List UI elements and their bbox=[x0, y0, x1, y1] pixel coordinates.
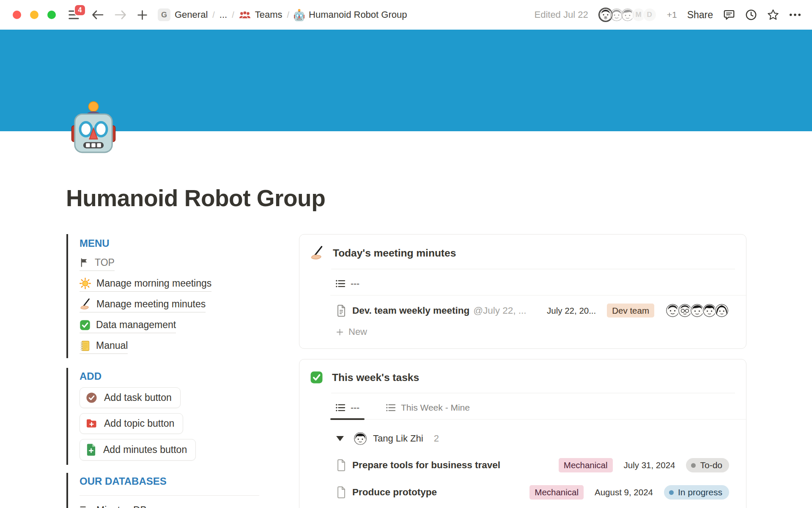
favorite-star-button[interactable] bbox=[767, 9, 779, 21]
flag-icon bbox=[80, 258, 89, 268]
right-column: Today's meeting minutes --- Dev. team we… bbox=[299, 231, 746, 508]
sidebar-toggle-button[interactable]: 4 bbox=[69, 10, 81, 20]
breadcrumb-separator: / bbox=[212, 10, 215, 20]
databases-heading: OUR DATABASES bbox=[80, 475, 259, 487]
status-badge: In progress bbox=[664, 485, 729, 500]
menu-heading: MENU bbox=[80, 237, 259, 249]
notification-badge: 4 bbox=[74, 4, 86, 16]
menu-link-meeting-minutes[interactable]: Manage meeting minutes bbox=[80, 298, 206, 312]
window-toolbar: 4 G General / ... / Teams / Humanoid Rob… bbox=[0, 0, 812, 30]
breadcrumb-separator: / bbox=[287, 10, 290, 20]
avatar[interactable]: D bbox=[642, 8, 657, 22]
check-icon bbox=[310, 371, 323, 384]
avatar-overflow-count[interactable]: +1 bbox=[667, 10, 677, 20]
category-tag: Mechanical bbox=[529, 485, 584, 500]
topbar-actions: Edited Jul 22 M D +1 Share bbox=[534, 8, 801, 22]
check-icon bbox=[80, 320, 91, 331]
page-icon bbox=[336, 305, 346, 317]
menu-link-morning-meetings[interactable]: Manage morning meetings bbox=[80, 278, 211, 292]
avatar bbox=[354, 432, 367, 445]
comments-button[interactable] bbox=[723, 9, 735, 21]
updates-clock-button[interactable] bbox=[745, 9, 757, 21]
window-close-button[interactable] bbox=[13, 11, 21, 19]
meeting-row[interactable]: Dev. team weekly meeting @July 22, ... J… bbox=[336, 295, 729, 321]
add-minutes-button[interactable]: Add minutes button bbox=[80, 439, 196, 461]
list-view-icon bbox=[335, 279, 346, 288]
new-tab-button[interactable] bbox=[137, 10, 148, 20]
breadcrumb-label: Teams bbox=[255, 9, 283, 20]
teams-people-icon bbox=[239, 10, 251, 20]
due-date: July 31, 2024 bbox=[624, 460, 675, 470]
task-row[interactable]: Produce prototype Mechanical August 9, 2… bbox=[336, 479, 729, 506]
minutes-db-link[interactable]: Minutes DB bbox=[80, 505, 147, 508]
breadcrumb-label: Humanoid Robot Group bbox=[309, 9, 407, 20]
writing-hand-icon bbox=[310, 246, 324, 260]
meeting-minutes-card: Today's meeting minutes --- Dev. team we… bbox=[299, 234, 746, 349]
more-options-button[interactable] bbox=[789, 13, 801, 17]
category-tag: Mechanical bbox=[559, 458, 613, 472]
writing-hand-icon bbox=[80, 298, 91, 310]
breadcrumb-item-general[interactable]: G General bbox=[158, 8, 208, 21]
minutes-doc-icon bbox=[86, 444, 96, 456]
page-cover bbox=[0, 30, 812, 131]
menu-link-data-management[interactable]: Data management bbox=[80, 319, 176, 333]
page-icon bbox=[336, 459, 346, 471]
weekly-tasks-card: This week's tasks --- This Week - Mine T… bbox=[299, 359, 746, 508]
view-tab-bar: --- bbox=[330, 269, 746, 295]
page-title: Humanoid Robot Group bbox=[66, 185, 325, 212]
share-button[interactable]: Share bbox=[687, 9, 713, 21]
divider bbox=[80, 495, 259, 496]
meeting-date: July 22, 20... bbox=[547, 306, 596, 316]
breadcrumb-item-collapsed[interactable]: ... bbox=[219, 9, 227, 20]
new-row-button[interactable]: New bbox=[336, 321, 746, 348]
view-tab-default[interactable]: --- bbox=[330, 403, 365, 419]
forward-button[interactable] bbox=[114, 10, 127, 20]
sun-icon bbox=[80, 278, 91, 289]
card-header: This week's tasks bbox=[299, 359, 746, 393]
ledger-icon bbox=[80, 340, 91, 351]
teamspace-icon: G bbox=[158, 8, 170, 21]
add-section: ADD Add task button Add topic button Add… bbox=[66, 368, 259, 465]
window-minimize-button[interactable] bbox=[30, 11, 38, 19]
collaborator-avatars[interactable]: M D bbox=[598, 8, 657, 22]
menu-link-manual[interactable]: Manual bbox=[80, 340, 128, 354]
status-dot bbox=[669, 490, 674, 495]
window-zoom-button[interactable] bbox=[47, 11, 56, 19]
status-dot bbox=[691, 463, 696, 468]
view-tab-bar: --- This Week - Mine bbox=[330, 393, 746, 420]
breadcrumb-separator: / bbox=[232, 10, 234, 20]
assignee-group-header: Tang Lik Zhi 2 bbox=[336, 432, 746, 445]
view-tab-this-week-mine[interactable]: This Week - Mine bbox=[381, 403, 475, 419]
list-view-icon bbox=[335, 403, 346, 412]
date-mention: @July 22, ... bbox=[473, 305, 526, 316]
topic-folder-icon bbox=[86, 418, 97, 429]
databases-section: OUR DATABASES Minutes DB bbox=[66, 473, 259, 508]
avatar bbox=[714, 303, 729, 318]
breadcrumb-item-page[interactable]: Humanoid Robot Group bbox=[294, 9, 407, 21]
robot-icon bbox=[294, 9, 304, 21]
page-content: MENU TOP Manage morning meetings Manage … bbox=[66, 231, 746, 508]
add-task-button[interactable]: Add task button bbox=[80, 387, 181, 408]
menu-link-top[interactable]: TOP bbox=[80, 257, 115, 271]
page-icon bbox=[336, 486, 346, 498]
view-tab-default[interactable]: --- bbox=[330, 279, 365, 295]
list-view-icon bbox=[386, 403, 396, 412]
left-column: MENU TOP Manage morning meetings Manage … bbox=[66, 231, 259, 508]
database-icon bbox=[80, 505, 91, 508]
breadcrumb-label: ... bbox=[219, 9, 227, 20]
chevron-down-icon[interactable] bbox=[336, 436, 344, 441]
card-title: This week's tasks bbox=[332, 372, 419, 384]
status-badge: To-do bbox=[686, 458, 729, 472]
add-topic-button[interactable]: Add topic button bbox=[80, 413, 183, 434]
team-tag: Dev team bbox=[607, 304, 654, 318]
task-check-icon bbox=[86, 392, 97, 403]
back-button[interactable] bbox=[91, 10, 104, 20]
assignee-name: Tang Lik Zhi bbox=[373, 433, 423, 444]
breadcrumb: G General / ... / Teams / Humanoid Robot… bbox=[158, 8, 407, 21]
task-row[interactable]: Prepare tools for business travel Mechan… bbox=[336, 452, 729, 479]
window-controls bbox=[13, 11, 56, 19]
card-header: Today's meeting minutes bbox=[299, 235, 746, 269]
breadcrumb-item-teams[interactable]: Teams bbox=[239, 9, 283, 20]
attendee-avatars bbox=[665, 303, 729, 318]
page-robot-icon[interactable] bbox=[70, 101, 117, 153]
